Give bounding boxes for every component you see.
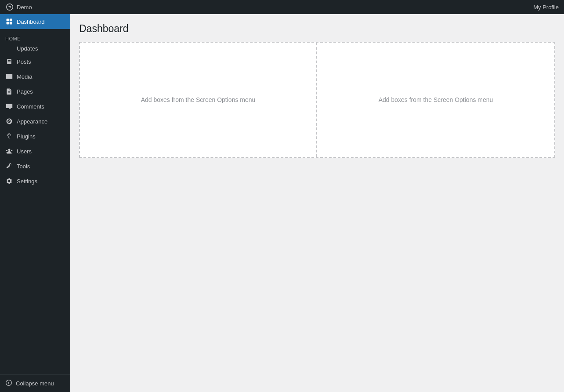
svg-rect-1 bbox=[10, 19, 12, 22]
svg-rect-0 bbox=[7, 19, 9, 22]
sidebar-dashboard-label: Dashboard bbox=[17, 18, 45, 25]
svg-point-6 bbox=[6, 150, 7, 151]
svg-rect-2 bbox=[7, 22, 9, 25]
dashboard-grid: Add boxes from the Screen Options menu A… bbox=[79, 42, 555, 158]
svg-rect-3 bbox=[10, 22, 12, 25]
svg-point-7 bbox=[11, 150, 12, 151]
sidebar-appearance-label: Appearance bbox=[17, 118, 47, 125]
dashboard-col2-text: Add boxes from the Screen Options menu bbox=[379, 96, 493, 103]
site-name[interactable]: Demo bbox=[5, 3, 32, 11]
sidebar-users-label: Users bbox=[17, 148, 32, 155]
pages-icon bbox=[5, 87, 13, 95]
sidebar-item-comments[interactable]: Comments bbox=[0, 99, 70, 114]
topbar: Demo My Profile bbox=[0, 0, 564, 14]
sidebar-plugins-label: Plugins bbox=[17, 133, 36, 140]
sidebar-pages-label: Pages bbox=[17, 88, 33, 95]
settings-icon bbox=[5, 177, 13, 185]
tools-icon bbox=[5, 162, 13, 170]
sidebar-posts-label: Posts bbox=[17, 58, 31, 65]
svg-point-8 bbox=[6, 380, 12, 386]
main-content: Dashboard Add boxes from the Screen Opti… bbox=[70, 14, 564, 392]
sidebar-comments-label: Comments bbox=[17, 103, 44, 110]
sidebar: Dashboard Home Updates Posts Media bbox=[0, 14, 70, 392]
sidebar-settings-label: Settings bbox=[17, 178, 37, 185]
sidebar-section-home: Home bbox=[0, 29, 70, 43]
page-title: Dashboard bbox=[79, 23, 555, 35]
dashboard-col-1: Add boxes from the Screen Options menu bbox=[80, 43, 317, 157]
wp-icon bbox=[5, 3, 14, 11]
sidebar-item-pages[interactable]: Pages bbox=[0, 84, 70, 99]
plugins-icon bbox=[5, 132, 13, 140]
my-profile-link[interactable]: My Profile bbox=[533, 4, 559, 11]
sidebar-item-dashboard[interactable]: Dashboard bbox=[0, 14, 70, 29]
collapse-label: Collapse menu bbox=[16, 380, 54, 387]
dashboard-col1-text: Add boxes from the Screen Options menu bbox=[141, 96, 256, 103]
sidebar-item-settings[interactable]: Settings bbox=[0, 174, 70, 189]
sidebar-item-posts[interactable]: Posts bbox=[0, 54, 70, 69]
layout: Dashboard Home Updates Posts Media bbox=[0, 14, 564, 392]
users-icon bbox=[5, 147, 13, 155]
comments-icon bbox=[5, 102, 13, 110]
sidebar-item-users[interactable]: Users bbox=[0, 144, 70, 159]
posts-icon bbox=[5, 58, 13, 65]
dashboard-icon bbox=[5, 18, 13, 25]
media-icon bbox=[5, 73, 13, 80]
sidebar-item-appearance[interactable]: Appearance bbox=[0, 114, 70, 129]
sidebar-item-media[interactable]: Media bbox=[0, 69, 70, 84]
svg-point-5 bbox=[8, 149, 11, 151]
collapse-icon bbox=[5, 379, 12, 388]
site-name-label: Demo bbox=[17, 4, 32, 11]
sidebar-item-updates[interactable]: Updates bbox=[0, 43, 70, 54]
appearance-icon bbox=[5, 117, 13, 125]
sidebar-media-label: Media bbox=[17, 73, 32, 80]
sidebar-item-plugins[interactable]: Plugins bbox=[0, 129, 70, 144]
sidebar-tools-label: Tools bbox=[17, 163, 30, 170]
sidebar-item-tools[interactable]: Tools bbox=[0, 159, 70, 174]
dashboard-col-2: Add boxes from the Screen Options menu bbox=[317, 43, 554, 157]
collapse-menu-button[interactable]: Collapse menu bbox=[0, 374, 70, 392]
